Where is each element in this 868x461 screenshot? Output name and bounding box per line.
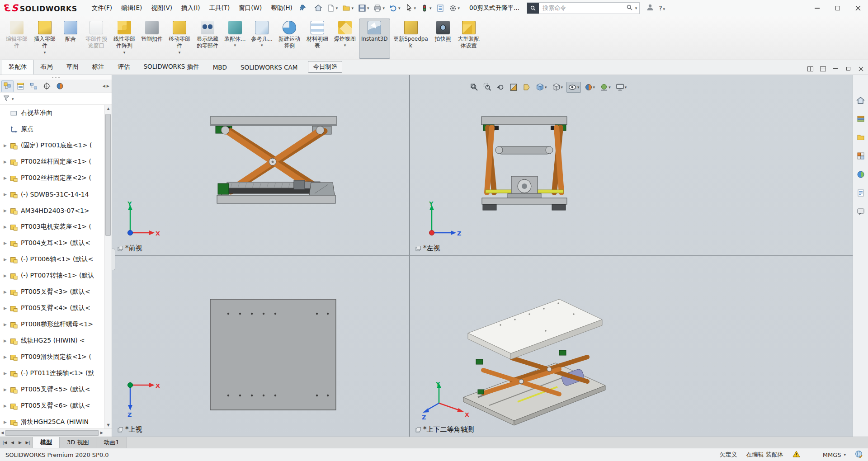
expand-arrow-icon[interactable]: ▶ (4, 225, 9, 229)
tree-item[interactable]: ▶ 右视基准面 (0, 105, 104, 121)
last-tab-icon[interactable]: ▶| (24, 440, 32, 445)
ribbon-button[interactable]: 编辑零部件 ▾ (3, 19, 30, 59)
tree-item[interactable]: ▶ 滑块HGH25CA (HIWIN (0, 414, 104, 428)
orientation-triad[interactable]: Y Z (418, 199, 463, 243)
tree-item[interactable]: ▶ (固定) PT001底座<1> ( (0, 137, 104, 154)
close-icon[interactable] (848, 0, 868, 16)
first-tab-icon[interactable]: |◀ (1, 440, 9, 445)
ribbon-button[interactable]: 移动零部件 ▾ (166, 19, 193, 59)
select-cursor-icon[interactable]: ▾ (403, 2, 419, 14)
ribbon-button[interactable]: 大型装配体设置 ▾ (455, 19, 482, 59)
tree-item[interactable]: ▶ (-) SDWBS-31C-14-14 (0, 186, 104, 202)
tree-horizontal-scrollbar[interactable]: ◀ ▶ (0, 428, 104, 437)
dropdown-arrow-icon[interactable]: ▾ (234, 43, 236, 47)
viewport-isometric[interactable]: Y X Z *上下二等角轴测 (410, 256, 853, 437)
dropdown-arrow-icon[interactable]: ▾ (261, 43, 263, 47)
tree-vertical-scrollbar[interactable]: ▲ ▼ (104, 105, 112, 428)
view-palette-icon[interactable] (855, 151, 866, 161)
scroll-up-icon[interactable]: ▲ (104, 105, 112, 112)
command-tab[interactable]: 装配体 (2, 60, 34, 75)
menu-item[interactable]: 编辑(E) (117, 0, 146, 16)
restore-icon[interactable] (827, 0, 848, 16)
orientation-triad[interactable]: Y X (117, 199, 162, 243)
isometric-view-model[interactable] (410, 256, 853, 437)
scrollbar-thumb[interactable] (105, 114, 111, 236)
expand-arrow-icon[interactable]: ▶ (4, 241, 9, 245)
tree-item[interactable]: ▶ PT008梯形丝杆螺母<1> (0, 316, 104, 333)
view-settings-icon[interactable]: ▾ (614, 82, 628, 93)
home-icon[interactable] (855, 95, 866, 106)
dropdown-arrow-icon[interactable]: ▾ (179, 50, 181, 55)
pin-icon[interactable] (297, 2, 308, 14)
view-orientation-icon[interactable]: ▾ (534, 81, 548, 93)
ribbon-button[interactable]: 配合 ▾ (59, 19, 82, 59)
minimize-icon[interactable] (807, 0, 827, 16)
expand-arrow-icon[interactable]: ▶ (4, 160, 9, 164)
scroll-down-icon[interactable]: ▼ (104, 421, 112, 428)
featuremanager-tree-icon[interactable] (1, 80, 14, 92)
command-tab[interactable]: 今日制造 (308, 61, 342, 73)
expand-arrow-icon[interactable]: ▶ (4, 306, 9, 310)
viewport-top[interactable]: X Z *上视 (112, 256, 409, 437)
orientation-triad[interactable]: Y X Z (421, 381, 471, 426)
command-tab[interactable]: MBD (206, 61, 234, 75)
rebuild-traffic-icon[interactable]: ▾ (418, 2, 434, 14)
tree-item[interactable]: ▶ PT002丝杆固定座<1> ( (0, 154, 104, 170)
split-view-icon[interactable] (819, 66, 826, 72)
task-list-icon[interactable] (434, 2, 447, 14)
minimize-view-icon[interactable] (832, 66, 839, 72)
command-tab[interactable]: 布局 (34, 60, 60, 75)
search-input[interactable] (539, 5, 626, 11)
next-tab-icon[interactable]: ▶ (16, 440, 24, 445)
ribbon-button[interactable]: 更新Speedpak ▾ (391, 19, 431, 59)
help-icon[interactable]: ?▾ (659, 5, 665, 12)
previous-view-icon[interactable] (495, 82, 506, 93)
design-library-icon[interactable] (855, 113, 866, 124)
expand-arrow-icon[interactable]: ▶ (4, 208, 9, 213)
expand-arrow-icon[interactable]: ▶ (4, 339, 9, 343)
ribbon-button[interactable]: 爆炸视图 ▾ (332, 19, 358, 59)
expand-arrow-icon[interactable]: ▶ (4, 143, 9, 148)
new-document-icon[interactable]: ▾ (325, 2, 340, 14)
search-icon[interactable] (626, 4, 633, 12)
ribbon-button[interactable]: 装配体... ▾ (222, 19, 248, 59)
orientation-triad[interactable]: X Z (117, 375, 162, 419)
dropdown-arrow-icon[interactable]: ▾ (344, 43, 346, 47)
model-tab[interactable]: 3D 视图 (60, 437, 96, 448)
scroll-left-icon[interactable]: ◀ (1, 431, 4, 435)
command-tab[interactable]: SOLIDWORKS 插件 (137, 60, 206, 75)
command-tab[interactable]: 标注 (85, 60, 111, 75)
panel-splitter-grip[interactable] (112, 249, 115, 270)
menu-item[interactable]: 工具(T) (204, 0, 234, 16)
command-tab[interactable]: 草图 (60, 60, 85, 75)
tree-item[interactable]: ▶ (-) PT011连接轴<1> (默 (0, 365, 104, 381)
ribbon-button[interactable]: 新建运动算例 ▾ (276, 19, 303, 59)
tree-item[interactable]: ▶ PT005叉臂<5> (默认< (0, 381, 104, 398)
ribbon-button[interactable]: 材料明细表 ▾ (304, 19, 331, 59)
units-selector[interactable]: MMGS▾ (823, 452, 846, 458)
search-dropdown-icon[interactable]: ▾ (635, 6, 637, 10)
expand-arrow-icon[interactable]: ▶ (4, 387, 9, 392)
previous-tab-icon[interactable]: ◀ (9, 440, 16, 445)
print-icon[interactable]: ▾ (371, 2, 387, 14)
expand-arrow-icon[interactable]: ▶ (4, 355, 9, 359)
viewport-front[interactable]: Y X *前视 (112, 75, 409, 255)
left-view-model[interactable] (410, 75, 853, 255)
tree-item[interactable]: ▶ 线轨HG25 (HIWIN) < (0, 333, 104, 349)
display-style-icon[interactable]: ▾ (551, 81, 565, 93)
ribbon-button[interactable]: 智能扣件 ▾ (139, 19, 165, 59)
zoom-fit-icon[interactable] (469, 82, 480, 93)
dropdown-arrow-icon[interactable]: ▾ (44, 50, 46, 55)
configurationmanager-icon[interactable] (28, 80, 40, 92)
propertymanager-icon[interactable] (14, 80, 27, 92)
user-icon[interactable] (646, 3, 654, 13)
zoom-to-area-icon[interactable] (482, 82, 493, 93)
ribbon-button[interactable]: 拍快照 ▾ (432, 19, 454, 59)
options-gear-icon[interactable]: ▾ (447, 2, 462, 14)
viewport-left[interactable]: ▾ ▾ ▾ ▾ ▾ ▾ Y Z (410, 75, 853, 255)
ribbon-button[interactable]: 参考几... ▾ (249, 19, 274, 59)
model-tab[interactable]: 动画1 (96, 437, 127, 448)
expand-arrow-icon[interactable]: ▶ (4, 404, 9, 408)
menu-item[interactable]: 视图(V) (146, 0, 177, 16)
dimxpert-icon[interactable] (41, 80, 53, 92)
